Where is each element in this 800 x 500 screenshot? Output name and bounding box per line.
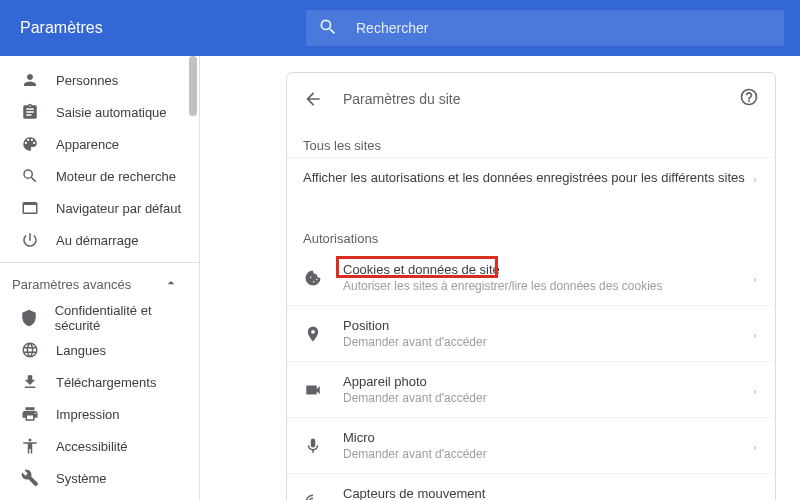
help-button[interactable] bbox=[739, 87, 759, 110]
sidebar-item-search[interactable]: Moteur de recherche bbox=[0, 160, 199, 192]
sidebar-item-label: Moteur de recherche bbox=[56, 169, 176, 184]
chevron-up-icon bbox=[163, 275, 179, 294]
sidebar-item-restore[interactable]: Réinitialiser et nettoyer bbox=[0, 494, 199, 500]
sidebar-item-label: Navigateur par défaut bbox=[56, 201, 181, 216]
chevron-right-icon bbox=[751, 330, 759, 338]
scrollbar-thumb[interactable] bbox=[189, 56, 197, 116]
sidebar-item-wrench[interactable]: Système bbox=[0, 462, 199, 494]
permission-row-location[interactable]: Position Demander avant d'accéder bbox=[287, 305, 775, 361]
row-title: Micro bbox=[343, 430, 751, 445]
sidebar-item-label: Au démarrage bbox=[56, 233, 138, 248]
mic-icon bbox=[303, 437, 323, 455]
assignment-icon bbox=[20, 102, 40, 122]
sidebar-item-label: Système bbox=[56, 471, 107, 486]
sidebar-item-assignment[interactable]: Saisie automatique bbox=[0, 96, 199, 128]
settings-card: Paramètres du site Tous les sites Affich… bbox=[286, 72, 776, 500]
sidebar-item-label: Confidentialité et sécurité bbox=[55, 303, 191, 333]
search-box[interactable] bbox=[306, 10, 784, 46]
sidebar-item-shield[interactable]: Confidentialité et sécurité bbox=[0, 302, 199, 334]
sidebar-item-power[interactable]: Au démarrage bbox=[0, 224, 199, 256]
globe-icon bbox=[20, 340, 40, 360]
section-permissions: Autorisations bbox=[287, 217, 775, 250]
permission-row-camera[interactable]: Appareil photo Demander avant d'accéder bbox=[287, 361, 775, 417]
permission-row-cookie[interactable]: Cookies et données de site Autoriser les… bbox=[287, 250, 775, 305]
camera-icon bbox=[303, 381, 323, 399]
person-icon bbox=[20, 70, 40, 90]
chevron-right-icon bbox=[751, 274, 759, 282]
permission-row-mic[interactable]: Micro Demander avant d'accéder bbox=[287, 417, 775, 473]
cookie-icon bbox=[303, 269, 323, 287]
sidebar-item-label: Apparence bbox=[56, 137, 119, 152]
sidebar-item-person[interactable]: Personnes bbox=[0, 64, 199, 96]
all-sites-label: Afficher les autorisations et les donnée… bbox=[303, 170, 751, 185]
sidebar-item-accessibility[interactable]: Accessibilité bbox=[0, 430, 199, 462]
app-header: Paramètres bbox=[0, 0, 800, 56]
download-icon bbox=[20, 372, 40, 392]
shield-icon bbox=[20, 308, 39, 328]
row-subtitle: Demander avant d'accéder bbox=[343, 447, 751, 461]
app-title: Paramètres bbox=[0, 19, 290, 37]
all-sites-row[interactable]: Afficher les autorisations et les donnée… bbox=[287, 157, 775, 197]
sidebar-advanced-toggle[interactable]: Paramètres avancés bbox=[0, 262, 199, 302]
search-icon bbox=[20, 166, 40, 186]
wrench-icon bbox=[20, 468, 40, 488]
print-icon bbox=[20, 404, 40, 424]
sidebar-advanced-label: Paramètres avancés bbox=[12, 277, 131, 292]
palette-icon bbox=[20, 134, 40, 154]
sidebar-item-label: Personnes bbox=[56, 73, 118, 88]
main-layout: Personnes Saisie automatique Apparence M… bbox=[0, 56, 800, 500]
page-title: Paramètres du site bbox=[343, 91, 461, 107]
row-subtitle: Demander avant d'accéder bbox=[343, 335, 751, 349]
accessibility-icon bbox=[20, 436, 40, 456]
row-title: Position bbox=[343, 318, 751, 333]
sidebar-item-label: Langues bbox=[56, 343, 106, 358]
sidebar-item-label: Accessibilité bbox=[56, 439, 128, 454]
sidebar-item-label: Saisie automatique bbox=[56, 105, 167, 120]
sidebar-item-print[interactable]: Impression bbox=[0, 398, 199, 430]
sensor-icon bbox=[303, 493, 323, 501]
row-title: Appareil photo bbox=[343, 374, 751, 389]
chevron-right-icon bbox=[751, 174, 759, 182]
card-header: Paramètres du site bbox=[287, 73, 775, 124]
permission-row-sensor[interactable]: Capteurs de mouvement Autoriser les site… bbox=[287, 473, 775, 500]
sidebar-item-label: Téléchargements bbox=[56, 375, 156, 390]
power-icon bbox=[20, 230, 40, 250]
sidebar-item-download[interactable]: Téléchargements bbox=[0, 366, 199, 398]
section-all-sites: Tous les sites bbox=[287, 124, 775, 157]
location-icon bbox=[303, 325, 323, 343]
back-button[interactable] bbox=[303, 89, 323, 109]
chevron-right-icon bbox=[751, 386, 759, 394]
browser-icon bbox=[20, 198, 40, 218]
search-input[interactable] bbox=[356, 20, 772, 36]
row-title: Capteurs de mouvement bbox=[343, 486, 751, 500]
row-title: Cookies et données de site bbox=[343, 262, 751, 277]
row-subtitle: Autoriser les sites à enregistrer/lire l… bbox=[343, 279, 751, 293]
sidebar-item-palette[interactable]: Apparence bbox=[0, 128, 199, 160]
search-icon bbox=[318, 17, 356, 40]
sidebar: Personnes Saisie automatique Apparence M… bbox=[0, 56, 200, 500]
sidebar-item-browser[interactable]: Navigateur par défaut bbox=[0, 192, 199, 224]
sidebar-item-globe[interactable]: Langues bbox=[0, 334, 199, 366]
sidebar-item-label: Impression bbox=[56, 407, 120, 422]
header-search-area bbox=[290, 10, 800, 46]
chevron-right-icon bbox=[751, 442, 759, 450]
content-area: Paramètres du site Tous les sites Affich… bbox=[200, 56, 800, 500]
row-subtitle: Demander avant d'accéder bbox=[343, 391, 751, 405]
